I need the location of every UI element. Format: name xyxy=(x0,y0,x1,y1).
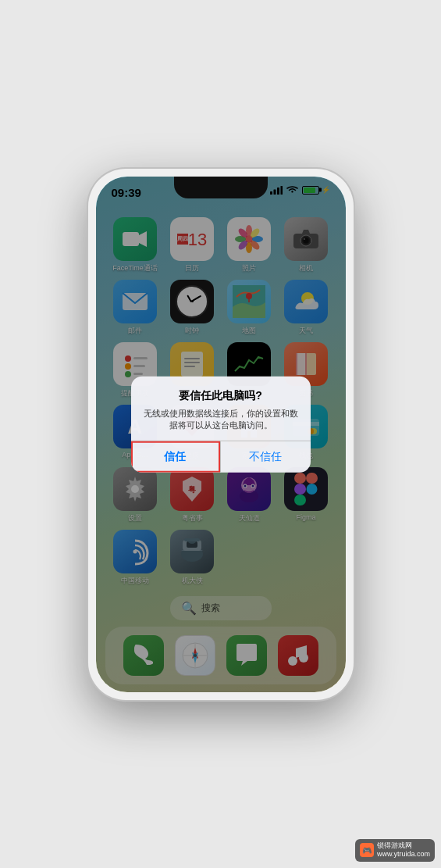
dialog-buttons: 信任 不信任 xyxy=(131,441,311,473)
watermark-icon: 🎮 xyxy=(360,843,374,857)
watermark: 🎮 锁得游戏网 www.ytruida.com xyxy=(355,839,435,862)
not-trust-button[interactable]: 不信任 xyxy=(221,441,311,473)
dialog-message: 无线或使用数据线连接后，你的设置和数据将可以从这台电脑访问。 xyxy=(144,407,298,431)
watermark-site: 锁得游戏网 xyxy=(377,841,430,851)
dialog-content: 要信任此电脑吗? 无线或使用数据线连接后，你的设置和数据将可以从这台电脑访问。 xyxy=(131,376,311,431)
dialog-title: 要信任此电脑吗? xyxy=(144,388,298,402)
dialog-overlay: 要信任此电脑吗? 无线或使用数据线连接后，你的设置和数据将可以从这台电脑访问。 … xyxy=(96,177,346,692)
trust-button-wrapper: 信任 xyxy=(131,441,222,473)
trust-dialog: 要信任此电脑吗? 无线或使用数据线连接后，你的设置和数据将可以从这台电脑访问。 … xyxy=(131,376,311,473)
phone-screen: 09:39 ⚡ xyxy=(96,177,346,692)
watermark-url: www.ytruida.com xyxy=(377,850,430,859)
phone-frame: 09:39 ⚡ xyxy=(88,169,354,700)
trust-button[interactable]: 信任 xyxy=(131,441,221,473)
watermark-text: 锁得游戏网 www.ytruida.com xyxy=(377,841,430,859)
